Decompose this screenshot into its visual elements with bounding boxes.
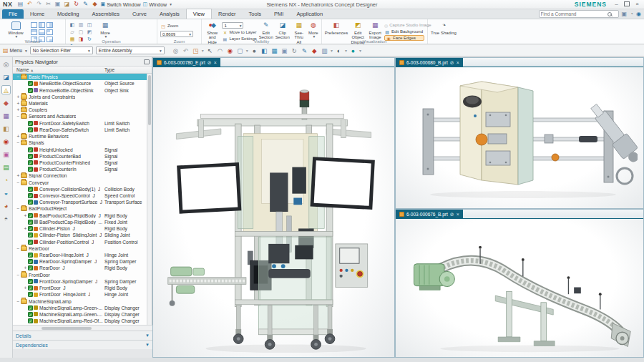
tree-row[interactable]: ✓MachineSignalLamp-Red-Of...Display Chan… — [13, 318, 147, 324]
region-icon[interactable]: ▢ — [236, 47, 244, 54]
checkbox-icon[interactable]: ✓ — [28, 160, 33, 165]
window-menu-button[interactable]: ◫ Window ▾ — [143, 1, 172, 7]
selection-scope-combo[interactable]: Entire Assembly▾ — [96, 47, 165, 54]
tree-row[interactable]: ✓ProductCounterInSignal — [13, 166, 147, 172]
measure-icon[interactable]: ◳ — [192, 47, 200, 54]
expand-icon[interactable]: + — [16, 94, 21, 99]
details-drawer[interactable]: Details▼ — [13, 331, 152, 340]
checkbox-icon[interactable]: ✓ — [28, 240, 33, 245]
more-operation-button[interactable]: ▦ More▾ — [96, 21, 114, 39]
tree-row[interactable]: ✓NewBottle-ObjectSourceObject Source — [13, 80, 147, 87]
clip-section-button[interactable]: ◪ Clip Section — [275, 21, 290, 40]
collapse-icon[interactable]: − — [16, 180, 21, 185]
tree-row[interactable]: ✓BadProductCap-RigidBody_...Fixed Joint — [13, 219, 147, 225]
checkbox-icon[interactable]: ✓ — [28, 305, 33, 310]
user-icon[interactable]: ◔ — [630, 11, 633, 17]
checkbox-icon[interactable]: ✓ — [28, 233, 33, 238]
roles-icon[interactable]: ◎ — [1, 59, 11, 69]
switch-window-button[interactable]: ▣ Switch Window — [101, 1, 141, 7]
tab-assemblies[interactable]: Assemblies — [86, 9, 126, 19]
checkbox-icon[interactable]: ✓ — [28, 259, 33, 264]
tab-application[interactable]: Application — [290, 9, 329, 19]
true-shading-button[interactable]: ◔ True Shading — [431, 21, 457, 35]
checkbox-icon[interactable]: ✓ — [28, 147, 33, 152]
palette-icon[interactable]: ▤ — [1, 162, 11, 172]
close-window-icon[interactable]: ▢ — [77, 29, 84, 35]
checkbox-icon[interactable]: ✓ — [28, 220, 33, 225]
tree-row[interactable]: ✓HeightUnlockedSignal — [13, 146, 147, 152]
expand-icon[interactable]: + — [23, 226, 28, 231]
command-icon[interactable]: ◆ — [92, 1, 99, 8]
tree-vertical-scrollbar[interactable] — [147, 74, 152, 325]
selection-icon[interactable]: ↖ — [206, 47, 214, 54]
collapse-icon[interactable]: − — [16, 140, 21, 145]
tree-row[interactable]: +Couplers — [13, 107, 147, 113]
close-button[interactable]: × — [633, 1, 641, 8]
checkbox-icon[interactable]: ✓ — [28, 167, 33, 172]
hd3d-icon[interactable]: ◉ — [1, 137, 11, 146]
checkbox-icon[interactable]: ✓ — [28, 226, 33, 231]
lasso-icon[interactable]: ◠ — [216, 47, 224, 54]
tree-row[interactable]: −Conveyor — [13, 180, 147, 186]
tree-row[interactable]: +Joints and Constraints — [13, 94, 147, 100]
sphere2-icon[interactable]: ● — [349, 47, 357, 54]
assembly-navigator-icon[interactable]: ◪ — [1, 72, 11, 82]
tree-row[interactable]: ✓MachineSignalLamp-Green-...Display Chan… — [13, 305, 147, 311]
tree-row[interactable]: −Signals — [13, 140, 147, 146]
cascade-icon[interactable]: ◧ — [69, 22, 76, 28]
edit-section-button[interactable]: ✎ Edit Section — [259, 21, 273, 40]
tree-row[interactable]: −BadProductReject — [13, 205, 147, 212]
shade-icon[interactable]: ◐ — [335, 47, 343, 54]
collapse-icon[interactable]: − — [16, 206, 21, 211]
tree-row[interactable]: +✓BadProductCap-RigidBody_JRigid Body — [13, 212, 147, 219]
tree-row[interactable]: ✓FrontDoor-SafetySwitchLimit Switch — [13, 120, 147, 127]
checkbox-icon[interactable]: ✓ — [28, 253, 33, 258]
collapse-icon[interactable]: − — [16, 246, 21, 251]
tree-row[interactable]: +Materials — [13, 100, 147, 107]
checkbox-icon[interactable]: ✓ — [28, 127, 33, 132]
chevron-down-icon[interactable]: ▾ — [331, 48, 333, 53]
reuse-library-icon[interactable]: ◧ — [1, 124, 11, 133]
tab-curve[interactable]: Curve — [126, 9, 153, 19]
tree-row[interactable]: ✓Cilinder-PositionControl_JPosition Cont… — [13, 238, 147, 245]
viewport-tab-main[interactable]: 6-003-000780_E.prt ⊘ × — [153, 58, 220, 67]
checkbox-icon[interactable]: ✓ — [28, 213, 33, 218]
tree-row[interactable]: ✓Conveyor-CollisionBody(1)_JCollision Bo… — [13, 186, 147, 192]
menu-button[interactable]: ▤ Menu▾ — [3, 47, 27, 54]
expand-icon[interactable]: + — [23, 285, 28, 290]
tree-row[interactable]: ✓Conveyor-TransportSurface_JTransport Su… — [13, 199, 147, 205]
tree-row[interactable]: ✓Conveyor-SpeedControl_JSpeed Control — [13, 192, 147, 199]
checkbox-icon[interactable]: ✓ — [28, 154, 33, 159]
window-icon[interactable]: ▣ — [280, 47, 288, 54]
help-icon[interactable]: ◉ — [636, 11, 641, 17]
expand-icon[interactable]: + — [23, 213, 28, 218]
highlight-icon[interactable]: ◉ — [226, 47, 234, 54]
redo-icon[interactable]: ↷ — [36, 1, 43, 8]
tree-row[interactable]: +✓FrontDoor_JRigid Body — [13, 285, 147, 291]
window-layout-icon[interactable] — [47, 22, 53, 28]
checkbox-icon[interactable]: ✓ — [28, 121, 33, 126]
touch-icon[interactable]: ◓ — [1, 214, 11, 223]
expand-icon[interactable]: + — [16, 173, 21, 178]
tree-row[interactable]: +Runtime Behaviors — [13, 133, 147, 140]
cube-icon[interactable]: ◧ — [260, 47, 268, 54]
close-icon[interactable]: × — [214, 60, 217, 65]
expand-icon[interactable]: + — [16, 107, 21, 112]
constraint-navigator-icon[interactable]: ◆ — [1, 98, 11, 107]
maximize-button[interactable] — [624, 1, 630, 6]
window-layout-icon[interactable] — [31, 22, 37, 28]
collapse-icon[interactable]: − — [16, 74, 21, 79]
tree-row[interactable]: −RearDoor — [13, 245, 147, 252]
tab-tools[interactable]: Tools — [243, 9, 268, 19]
save-icon[interactable]: ▤ — [17, 1, 24, 8]
pen-icon[interactable]: ✎ — [82, 1, 89, 8]
checkbox-icon[interactable]: ✓ — [28, 285, 33, 290]
tree-row[interactable]: +✓Cilinder-Piston_JRigid Body — [13, 225, 147, 232]
window-layout-icon[interactable] — [39, 22, 45, 28]
chevron-down-icon[interactable]: ▾ — [202, 48, 204, 53]
edit-background-button[interactable]: ▨ Edit Background — [384, 29, 424, 34]
checkbox-icon[interactable]: ✓ — [28, 318, 33, 323]
tree-row[interactable]: ✓FrontDoor-SpringDamper_JSpring Damper — [13, 278, 147, 285]
tab-view[interactable]: View — [186, 9, 212, 19]
collapse-icon[interactable]: − — [16, 114, 21, 119]
